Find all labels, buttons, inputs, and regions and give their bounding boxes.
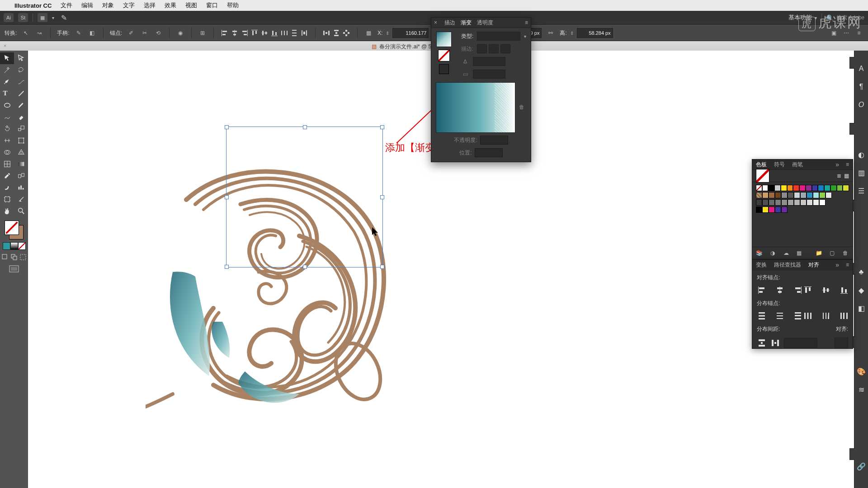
distribute-h-icon[interactable]: [280, 28, 289, 38]
distribute-hc-icon[interactable]: [300, 28, 309, 38]
perspective-tool[interactable]: [14, 146, 28, 158]
swatch[interactable]: [787, 185, 793, 191]
convert-anchor-smooth-icon[interactable]: ↝: [35, 28, 44, 38]
gradient-panel-titlebar[interactable]: × 描边 渐变 透明度 ≡: [431, 18, 531, 28]
swatch[interactable]: [781, 192, 788, 198]
stroke-across-icon[interactable]: [500, 44, 510, 53]
swatch[interactable]: [794, 192, 800, 198]
close-icon[interactable]: ×: [434, 19, 437, 26]
swatch[interactable]: [769, 199, 775, 206]
swatch[interactable]: [800, 199, 807, 206]
color-panel-icon[interactable]: ◆: [854, 281, 868, 299]
slice-tool[interactable]: [14, 193, 28, 205]
menu-window[interactable]: 窗口: [206, 1, 218, 9]
paragraph-panel-icon[interactable]: ¶: [854, 78, 868, 96]
vdist-top-button[interactable]: [757, 311, 767, 321]
layers-panel-icon[interactable]: ☰: [854, 182, 868, 200]
align-to-dropdown[interactable]: [835, 338, 848, 348]
swatch[interactable]: [807, 199, 813, 206]
cut-path-icon[interactable]: ✂: [140, 28, 149, 38]
handle-mode-a-icon[interactable]: ✎: [74, 28, 83, 38]
show-kinds-icon[interactable]: ◑: [769, 249, 776, 257]
swatch[interactable]: [837, 185, 843, 191]
swatch[interactable]: [793, 185, 799, 191]
swatch[interactable]: [800, 192, 807, 198]
align-vcenter-icon[interactable]: [260, 28, 269, 38]
selection-handle[interactable]: [380, 195, 384, 199]
type-tool[interactable]: T: [0, 88, 14, 99]
graphicstyles-panel-icon[interactable]: ▥: [854, 164, 868, 182]
eyedropper-tool[interactable]: [0, 170, 14, 182]
lasso-tool[interactable]: [14, 64, 28, 76]
hand-tool[interactable]: [0, 205, 14, 217]
swatch[interactable]: [807, 192, 813, 198]
swatch[interactable]: [762, 199, 769, 206]
draw-inside-icon[interactable]: [19, 253, 28, 262]
space-v-icon[interactable]: [332, 28, 341, 38]
assets-panel-icon[interactable]: ♣: [854, 263, 868, 281]
align-vcenter-button[interactable]: [821, 285, 831, 295]
vdist-center-button[interactable]: [775, 311, 785, 321]
panel-menu-icon[interactable]: ≡: [525, 19, 528, 26]
space-h-button[interactable]: [770, 338, 780, 348]
gradient-ramp[interactable]: [436, 82, 515, 133]
stop-opacity-field[interactable]: [480, 136, 508, 145]
selection-handle[interactable]: [225, 195, 229, 199]
join-path-icon[interactable]: ⟲: [154, 28, 163, 38]
swatch[interactable]: [819, 199, 826, 206]
eraser-tool[interactable]: [14, 111, 28, 123]
selection-handle[interactable]: [380, 125, 384, 129]
gradient-fill-swatch[interactable]: [436, 32, 452, 47]
stroke-within-icon[interactable]: [477, 44, 487, 53]
isolate-icon[interactable]: ◉: [176, 28, 185, 38]
list-view-icon[interactable]: ≣: [837, 173, 841, 179]
panel-tab-knob[interactable]: [849, 448, 854, 460]
swatch[interactable]: [813, 192, 819, 198]
swatch[interactable]: [756, 199, 762, 206]
gpu-preview-icon[interactable]: ✎: [59, 13, 69, 22]
panel-tab-opacity[interactable]: 透明度: [477, 19, 493, 27]
screen-mode-button[interactable]: [9, 265, 19, 275]
color-group-icon[interactable]: ▦: [796, 249, 802, 257]
menu-help[interactable]: 帮助: [227, 1, 239, 9]
app-name[interactable]: Illustrator CC: [14, 2, 52, 9]
align-bottom-button[interactable]: [839, 285, 849, 295]
panel-tab-stroke[interactable]: 描边: [444, 19, 455, 27]
vdist-bottom-button[interactable]: [793, 311, 803, 321]
swatch-libraries-icon[interactable]: 📚: [756, 249, 763, 257]
panel-tab-swatches[interactable]: 色板: [756, 161, 767, 169]
opentype-panel-icon[interactable]: O: [854, 96, 868, 114]
gradient-aspect-field[interactable]: [473, 70, 505, 79]
swatch[interactable]: [775, 192, 781, 198]
panel-tab-brushes[interactable]: 画笔: [792, 161, 803, 169]
pen-tool[interactable]: [0, 76, 14, 88]
column-graph-tool[interactable]: [14, 182, 28, 193]
colorguide-panel-icon[interactable]: ◧: [854, 299, 868, 317]
gradient-behind-icon[interactable]: [439, 64, 449, 74]
panel-tab-transform[interactable]: 变换: [756, 261, 767, 269]
hdist-left-button[interactable]: [803, 311, 813, 321]
libraries-panel-icon[interactable]: 🎨: [854, 362, 868, 380]
new-group-icon[interactable]: 📁: [816, 249, 822, 257]
scrub-icon[interactable]: ⇕: [569, 28, 575, 38]
rotate-tool[interactable]: [0, 123, 14, 135]
link-wh-icon[interactable]: ⚯: [546, 28, 555, 38]
shape-mode-icon[interactable]: ▣: [829, 28, 838, 38]
remove-anchor-icon[interactable]: ✐: [127, 28, 136, 38]
home-button[interactable]: Ai: [4, 13, 14, 22]
scale-tool[interactable]: [14, 123, 28, 135]
align-right-button[interactable]: [793, 285, 803, 295]
align-left-button[interactable]: [757, 285, 767, 295]
workspace-switcher[interactable]: 基本功能 ▾: [788, 14, 817, 22]
space-eq-icon[interactable]: [342, 28, 351, 38]
swatch[interactable]: [813, 199, 819, 206]
panel-tab-symbols[interactable]: 符号: [774, 161, 785, 169]
ellipse-tool[interactable]: [0, 99, 14, 111]
direct-selection-tool[interactable]: [14, 52, 28, 64]
curvature-tool[interactable]: [14, 76, 28, 88]
swatch[interactable]: [819, 192, 826, 198]
panel-menu-icon[interactable]: ≡: [846, 262, 849, 268]
swatch[interactable]: [769, 192, 775, 198]
swatch[interactable]: [843, 185, 849, 191]
menu-object[interactable]: 对象: [102, 1, 114, 9]
